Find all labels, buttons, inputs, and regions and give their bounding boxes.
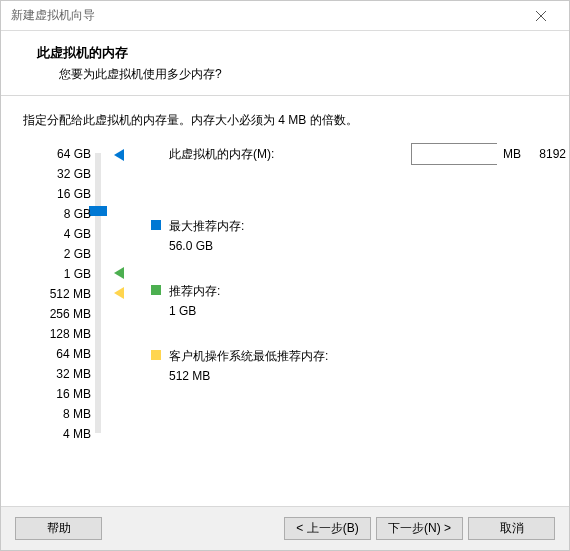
header-sub: 您要为此虚拟机使用多少内存?: [37, 66, 549, 83]
memory-input-row: 此虚拟机的内存(M):: [169, 146, 274, 163]
cancel-button[interactable]: 取消: [468, 517, 555, 540]
window-title: 新建虚拟机向导: [11, 7, 521, 24]
titlebar: 新建虚拟机向导: [1, 1, 569, 31]
rec-marker-icon: [114, 267, 124, 282]
memory-area: 64 GB 32 GB 16 GB 8 GB 4 GB 2 GB 1 GB 51…: [23, 149, 547, 449]
memory-slider-handle[interactable]: [89, 206, 107, 216]
close-icon: [536, 11, 546, 21]
instruction-text: 指定分配给此虚拟机的内存量。内存大小必须为 4 MB 的倍数。: [23, 112, 547, 129]
memory-input-wrap: MB: [411, 143, 521, 165]
memory-unit: MB: [503, 147, 521, 161]
current-marker-icon: [114, 149, 124, 164]
tick-label: 64 MB: [35, 347, 91, 361]
help-button[interactable]: 帮助: [15, 517, 102, 540]
tick-label: 32 MB: [35, 367, 91, 381]
tick-label: 512 MB: [35, 287, 91, 301]
tick-label: 128 MB: [35, 327, 91, 341]
wizard-header: 此虚拟机的内存 您要为此虚拟机使用多少内存?: [1, 31, 569, 96]
wizard-footer: 帮助 < 上一步(B) 下一步(N) > 取消: [1, 506, 569, 550]
rec-mem-value: 1 GB: [169, 304, 220, 318]
tick-label: 8 GB: [35, 207, 91, 221]
max-mem-value: 56.0 GB: [169, 239, 244, 253]
max-mem-label: 最大推荐内存:: [169, 218, 244, 235]
tick-label: 8 MB: [35, 407, 91, 421]
memory-label: 此虚拟机的内存(M):: [169, 146, 274, 163]
content-area: 指定分配给此虚拟机的内存量。内存大小必须为 4 MB 的倍数。 64 GB 32…: [1, 96, 569, 506]
min-mem-block: 客户机操作系统最低推荐内存: 512 MB: [169, 348, 328, 383]
tick-label: 256 MB: [35, 307, 91, 321]
rec-mem-block: 推荐内存: 1 GB: [169, 283, 220, 318]
tick-label: 4 MB: [35, 427, 91, 441]
square-green-icon: [151, 285, 161, 295]
tick-label: 32 GB: [35, 167, 91, 181]
min-mem-value: 512 MB: [169, 369, 328, 383]
tick-label: 1 GB: [35, 267, 91, 281]
rec-mem-label: 推荐内存:: [169, 283, 220, 300]
min-marker-icon: [114, 287, 124, 302]
memory-slider-track[interactable]: [95, 153, 101, 433]
memory-spinner: [411, 143, 497, 165]
back-button[interactable]: < 上一步(B): [284, 517, 371, 540]
close-button[interactable]: [521, 2, 561, 30]
max-mem-block: 最大推荐内存: 56.0 GB: [169, 218, 244, 253]
tick-label: 2 GB: [35, 247, 91, 261]
header-heading: 此虚拟机的内存: [37, 44, 549, 62]
tick-label: 4 GB: [35, 227, 91, 241]
tick-label: 16 MB: [35, 387, 91, 401]
next-button[interactable]: 下一步(N) >: [376, 517, 463, 540]
memory-input[interactable]: [412, 144, 570, 164]
square-yellow-icon: [151, 350, 161, 360]
square-blue-icon: [151, 220, 161, 230]
tick-label: 64 GB: [35, 147, 91, 161]
min-mem-label: 客户机操作系统最低推荐内存:: [169, 348, 328, 365]
tick-label: 16 GB: [35, 187, 91, 201]
